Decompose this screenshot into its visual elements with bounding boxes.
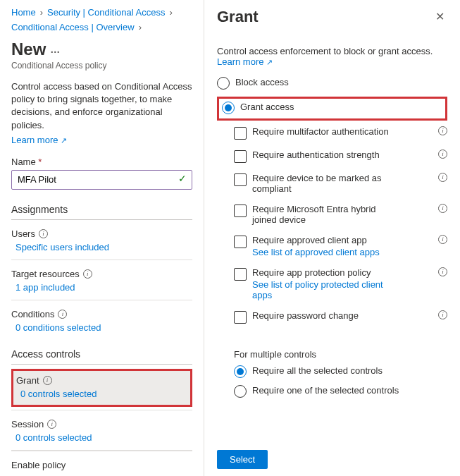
- panel-learn-more[interactable]: Learn more ↗: [217, 56, 273, 67]
- require-password-label: Require password change: [252, 310, 359, 321]
- breadcrumb-security[interactable]: Security | Conditional Access: [47, 7, 165, 18]
- info-icon[interactable]: i: [438, 204, 447, 213]
- require-password-checkbox[interactable]: [234, 311, 247, 324]
- name-input[interactable]: [11, 170, 192, 190]
- block-access-radio[interactable]: [217, 77, 230, 90]
- grant-control-block[interactable]: Grant i 0 controls selected: [11, 369, 192, 407]
- grant-value[interactable]: 0 controls selected: [16, 389, 97, 399]
- users-value[interactable]: Specific users included: [11, 242, 192, 252]
- breadcrumb: Home › Security | Conditional Access › C…: [11, 7, 192, 32]
- require-hybrid-label: Require Microsoft Entra hybrid joined de…: [252, 204, 393, 225]
- targets-label: Target resources: [11, 269, 80, 279]
- info-icon[interactable]: i: [39, 229, 48, 238]
- page-subtitle: Conditional Access policy: [11, 61, 192, 71]
- chevron-right-icon: ›: [169, 7, 172, 18]
- require-one-label: Require one of the selected controls: [252, 385, 399, 396]
- checkmark-icon: ✓: [178, 173, 187, 184]
- panel-title: Grant: [217, 8, 259, 26]
- block-access-label: Block access: [235, 77, 289, 87]
- info-icon[interactable]: i: [58, 310, 67, 319]
- info-icon[interactable]: i: [47, 420, 56, 429]
- info-icon[interactable]: i: [438, 310, 447, 319]
- grant-access-radio[interactable]: [222, 102, 235, 114]
- users-label: Users: [11, 228, 35, 239]
- require-all-radio[interactable]: [234, 365, 247, 378]
- require-compliant-label: Require device to be marked as compliant: [252, 173, 393, 194]
- select-button[interactable]: Select: [217, 450, 268, 469]
- conditions-value[interactable]: 0 conditions selected: [11, 322, 192, 333]
- require-protection-checkbox[interactable]: [234, 268, 247, 281]
- info-icon[interactable]: i: [43, 376, 52, 385]
- enable-policy-label: Enable policy: [11, 460, 192, 470]
- require-protection-label: Require app protection policy See list o…: [252, 267, 393, 300]
- require-compliant-checkbox[interactable]: [234, 173, 247, 186]
- grant-label: Grant: [16, 375, 39, 386]
- page-title: New …: [11, 39, 192, 59]
- page-description: Control access based on Conditional Acce…: [11, 80, 192, 132]
- info-icon[interactable]: i: [438, 267, 447, 276]
- external-link-icon: ↗: [61, 136, 67, 145]
- info-icon[interactable]: i: [438, 149, 447, 159]
- info-icon[interactable]: i: [438, 126, 447, 135]
- require-strength-label: Require authentication strength: [252, 149, 380, 160]
- info-icon[interactable]: i: [83, 269, 92, 279]
- breadcrumb-overview[interactable]: Conditional Access | Overview: [11, 22, 135, 32]
- require-approved-label: Require approved client app See list of …: [252, 235, 380, 257]
- session-label: Session: [11, 419, 44, 429]
- require-one-radio[interactable]: [234, 385, 247, 398]
- require-approved-checkbox[interactable]: [234, 236, 247, 248]
- require-all-label: Require all the selected controls: [252, 365, 383, 376]
- grant-access-highlight: Grant access: [217, 97, 447, 121]
- learn-more-link[interactable]: Learn more ↗: [11, 135, 192, 145]
- require-mfa-checkbox[interactable]: [234, 127, 247, 140]
- targets-value[interactable]: 1 app included: [11, 282, 192, 293]
- require-hybrid-checkbox[interactable]: [234, 205, 247, 217]
- session-value[interactable]: 0 controls selected: [11, 432, 192, 443]
- close-icon[interactable]: ✕: [433, 7, 447, 26]
- chevron-right-icon: ›: [40, 7, 43, 18]
- breadcrumb-home[interactable]: Home: [11, 7, 36, 18]
- info-icon[interactable]: i: [438, 173, 447, 182]
- require-strength-checkbox[interactable]: [234, 150, 247, 163]
- info-icon[interactable]: i: [438, 235, 447, 244]
- conditions-label: Conditions: [11, 309, 54, 319]
- assignments-header: Assignments: [11, 204, 192, 220]
- panel-description: Control access enforcement to block or g…: [217, 46, 447, 67]
- grant-access-label: Grant access: [240, 102, 294, 112]
- protection-apps-link[interactable]: See list of policy protected client apps: [252, 279, 393, 300]
- chevron-right-icon: ›: [139, 22, 142, 32]
- more-icon[interactable]: …: [50, 44, 60, 55]
- access-controls-header: Access controls: [11, 348, 192, 365]
- require-mfa-label: Require multifactor authentication: [252, 126, 389, 137]
- name-label: Name *: [11, 157, 192, 167]
- external-link-icon: ↗: [266, 58, 273, 66]
- approved-apps-link[interactable]: See list of approved client apps: [252, 247, 380, 257]
- multiple-controls-label: For multiple controls: [234, 349, 447, 360]
